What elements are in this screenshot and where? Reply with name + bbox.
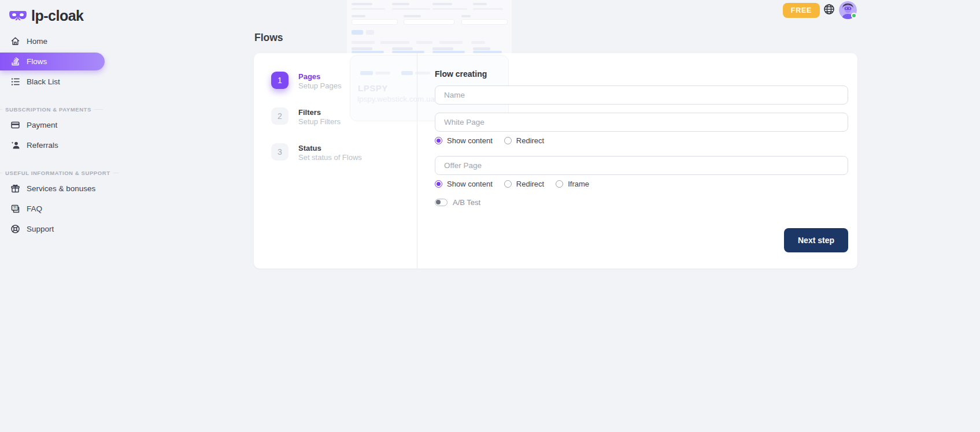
page-title: Flows [254,32,283,44]
ab-test-label: A/B Test [453,198,480,207]
sidebar-item-flows[interactable]: Flows [0,53,105,70]
sidebar-item-label: Black List [27,77,60,86]
ab-test-toggle[interactable] [435,199,448,206]
radio-checked-icon [435,137,442,144]
logo-text: lp-cloak [31,8,83,24]
sidebar-item-label: Home [27,37,47,46]
step-title: Pages [298,72,320,81]
flows-icon [10,57,20,66]
sidebar: lp-cloak Home Flows [0,0,105,432]
sidebar-item-home[interactable]: Home [0,32,105,50]
white-page-redirect-option[interactable]: Redirect [504,136,544,145]
plan-badge-free[interactable]: FREE [783,3,820,18]
support-icon [10,224,20,234]
mask-logo-icon [9,10,27,22]
online-status-dot [851,13,857,18]
offer-page-show-content-option[interactable]: Show content [435,180,493,188]
radio-checked-icon [435,180,442,188]
ab-test-toggle-row[interactable]: A/B Test [435,198,848,206]
radio-unchecked-icon [504,137,512,144]
sidebar-item-label: Services & bonuses [27,184,95,193]
home-icon [10,36,20,46]
white-page-mode-options: Show content Redirect [435,136,848,144]
radio-unchecked-icon [504,180,512,188]
svg-text:?!: ?! [13,206,17,210]
form-title: Flow creating [435,69,848,79]
sidebar-item-payment[interactable]: Payment [0,116,105,134]
step-subtitle: Setup Filters [298,117,341,126]
app-logo[interactable]: lp-cloak [0,0,105,25]
section-label-subscription: SUBSCRIPTION & PAYMENTS [0,106,105,113]
offer-page-mode-options: Show content Redirect Iframe [435,180,848,188]
sidebar-item-support[interactable]: Support [0,220,105,238]
user-avatar[interactable] [839,1,857,19]
section-label-useful-info: USEFUL INFORMATION & SUPPORT [0,169,105,176]
faq-icon: ?! [10,204,20,214]
sidebar-item-faq[interactable]: ?! FAQ [0,200,105,218]
ghost-site-domain: lpspy.webstick.com.ua [357,95,435,103]
black-list-icon [10,77,20,87]
credit-card-icon [10,120,20,130]
sidebar-item-referrals[interactable]: Referrals [0,136,105,154]
step-number-badge: 3 [271,143,289,161]
sidebar-item-label: Flows [27,57,47,66]
language-globe-icon[interactable] [823,3,835,15]
white-page-input[interactable] [435,113,848,132]
step-title: Status [298,144,321,152]
next-step-button[interactable]: Next step [784,228,848,252]
offer-page-input[interactable] [435,156,848,175]
offer-page-iframe-option[interactable]: Iframe [556,180,589,188]
toggle-knob [436,200,441,204]
step-number-badge: 2 [271,107,289,125]
sidebar-item-label: Payment [27,121,57,129]
white-page-show-content-option[interactable]: Show content [435,136,493,145]
step-subtitle: Set status of Flows [298,153,362,162]
ghost-background-page [347,0,512,53]
sidebar-item-label: Referrals [27,141,58,150]
sidebar-nav: Home Flows [0,32,105,238]
step-number-badge: 1 [271,72,289,89]
offer-page-redirect-option[interactable]: Redirect [504,180,544,188]
card-divider [417,53,417,269]
sidebar-item-services-bonuses[interactable]: Services & bonuses [0,180,105,198]
sidebar-item-label: Support [27,225,54,233]
flow-name-input[interactable] [435,85,848,105]
radio-unchecked-icon [556,180,563,188]
ghost-site-title: LPSPY [358,83,388,93]
sidebar-item-label: FAQ [27,204,42,213]
referrals-icon [10,140,20,150]
step-subtitle: Setup Pages [298,81,341,90]
step-title: Filters [298,108,321,117]
sidebar-item-black-list[interactable]: Black List [0,73,105,91]
flow-creating-form: Flow creating Show content Redirect Show… [435,53,848,252]
gift-icon [10,184,20,193]
flow-creating-card: LPSPY lpspy.webstick.com.ua 1 Pages Setu… [254,53,857,269]
